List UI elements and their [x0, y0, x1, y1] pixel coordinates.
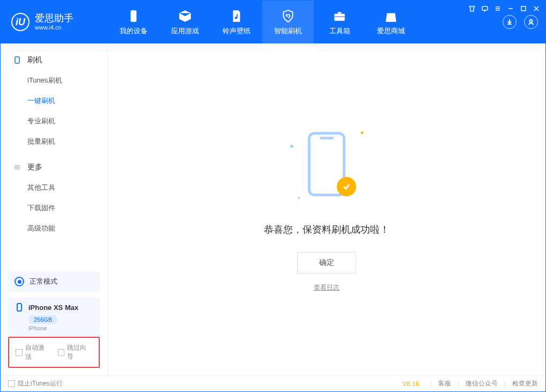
- sidebar-item-itunes[interactable]: iTunes刷机: [1, 70, 107, 91]
- checkmark-badge-icon: [337, 177, 356, 196]
- shopping-bag-icon: [383, 9, 399, 24]
- minimize-icon[interactable]: [507, 5, 514, 12]
- ok-button[interactable]: 确定: [297, 252, 356, 273]
- nav-label: 我的设备: [120, 26, 147, 36]
- support-link[interactable]: 客服: [438, 379, 451, 388]
- titlebar-icons: [468, 5, 540, 12]
- storage-pill: 256GB: [28, 315, 57, 324]
- nav-ringtones[interactable]: 铃声壁纸: [211, 1, 262, 43]
- cube-icon: [178, 9, 193, 24]
- app-name: 爱思助手: [35, 13, 73, 24]
- sparkle-icon: ✦: [289, 143, 294, 150]
- menu-icon[interactable]: [494, 5, 501, 12]
- sidebar-item-batch[interactable]: 批量刷机: [1, 131, 107, 152]
- checkbox-auto-activate[interactable]: 自动激活: [16, 343, 50, 361]
- sparkle-icon: ✦: [297, 196, 301, 201]
- mode-dot-icon: [14, 277, 24, 286]
- checkbox-block-itunes[interactable]: 阻止iTunes运行: [8, 379, 63, 388]
- app-logo: iU 爱思助手 www.i4.cn: [1, 13, 108, 31]
- device-type: iPhone: [28, 325, 93, 331]
- svg-point-5: [530, 20, 533, 23]
- user-icon[interactable]: [524, 15, 538, 29]
- device-card[interactable]: iPhone XS Max 256GB iPhone: [8, 297, 100, 337]
- sidebar-item-oneclick[interactable]: 一键刷机: [1, 91, 107, 111]
- sidebar-header-label: 刷机: [27, 55, 42, 65]
- success-illustration: ✦ ✦ ✦: [292, 127, 361, 207]
- download-icon[interactable]: [503, 15, 517, 29]
- device-name: iPhone XS Max: [28, 304, 78, 312]
- nav-smart-flash[interactable]: 智能刷机: [262, 1, 314, 43]
- nav-store[interactable]: 爱思商城: [365, 1, 417, 43]
- shield-refresh-icon: [281, 9, 296, 24]
- nav-label: 应用游戏: [171, 26, 199, 36]
- sidebar-item-download-fw[interactable]: 下载固件: [1, 198, 107, 218]
- options-highlighted-box: 自动激活 跳过向导: [8, 337, 100, 368]
- checkbox-label: 跳过向导: [67, 343, 92, 361]
- phone-icon: [126, 9, 141, 24]
- footer: 阻止iTunes运行 V8.16 | 客服 | 微信公众号 | 检查更新: [1, 375, 545, 391]
- view-log-link[interactable]: 查看日志: [314, 283, 340, 292]
- nav-my-device[interactable]: 我的设备: [108, 1, 159, 43]
- version-label: V8.16: [402, 380, 419, 388]
- close-icon[interactable]: [533, 5, 540, 12]
- checkbox-skip-guide[interactable]: 跳过向导: [58, 343, 93, 361]
- nav-label: 铃声壁纸: [223, 26, 250, 36]
- nav-toolbox[interactable]: 工具箱: [314, 1, 365, 43]
- success-message: 恭喜您，保资料刷机成功啦！: [264, 223, 389, 236]
- nav-label: 爱思商城: [377, 26, 405, 36]
- sidebar-header-flash[interactable]: 刷机: [1, 50, 107, 70]
- list-icon: [13, 164, 22, 171]
- nav-label: 工具箱: [329, 26, 350, 36]
- toolbox-icon: [332, 9, 347, 24]
- phone-outline-icon: [14, 302, 24, 312]
- feedback-icon[interactable]: [481, 5, 489, 12]
- sparkle-icon: ✦: [359, 129, 365, 137]
- svg-rect-7: [17, 304, 21, 311]
- shirt-icon[interactable]: [468, 5, 476, 12]
- sidebar-item-other-tools[interactable]: 其他工具: [1, 177, 107, 198]
- sidebar-header-label: 更多: [27, 162, 42, 172]
- maximize-icon[interactable]: [520, 5, 527, 12]
- mode-label: 正常模式: [29, 277, 57, 286]
- svg-rect-0: [482, 6, 488, 10]
- sidebar-item-advanced[interactable]: 高级功能: [1, 218, 107, 239]
- svg-rect-4: [334, 13, 345, 20]
- music-file-icon: [229, 9, 244, 24]
- check-update-link[interactable]: 检查更新: [512, 379, 538, 388]
- header-right: [503, 15, 538, 29]
- svg-rect-1: [521, 6, 526, 11]
- checkbox-label: 阻止iTunes运行: [18, 379, 63, 388]
- device-icon: [13, 56, 22, 64]
- svg-rect-2: [131, 10, 137, 22]
- svg-point-3: [235, 17, 237, 19]
- nav-apps-games[interactable]: 应用游戏: [159, 1, 211, 43]
- nav-tabs: 我的设备 应用游戏 铃声壁纸 智能刷机 工具箱 爱思商城: [108, 1, 417, 43]
- app-header: iU 爱思助手 www.i4.cn 我的设备 应用游戏 铃声壁纸 智能刷机 工具…: [1, 1, 545, 43]
- wechat-link[interactable]: 微信公众号: [466, 379, 498, 388]
- nav-label: 智能刷机: [274, 26, 302, 36]
- checkbox-label: 自动激活: [25, 343, 50, 361]
- sidebar-item-pro[interactable]: 专业刷机: [1, 111, 107, 131]
- app-url: www.i4.cn: [35, 24, 73, 31]
- main-content: ✦ ✦ ✦ 恭喜您，保资料刷机成功啦！ 确定 查看日志: [108, 43, 545, 375]
- svg-rect-6: [15, 57, 19, 63]
- sidebar: 刷机 iTunes刷机 一键刷机 专业刷机 批量刷机 更多 其他工具 下载固件 …: [1, 43, 108, 375]
- mode-card[interactable]: 正常模式: [8, 271, 100, 292]
- sidebar-header-more[interactable]: 更多: [1, 157, 107, 177]
